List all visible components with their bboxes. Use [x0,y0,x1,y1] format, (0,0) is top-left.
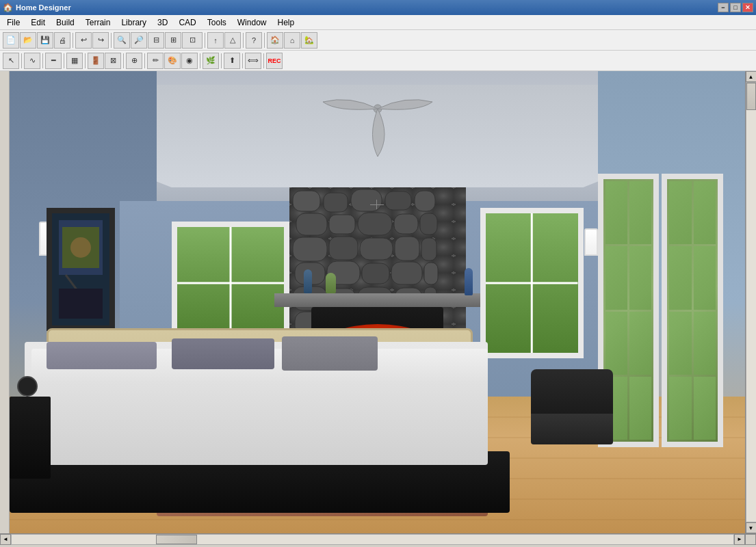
sconce-right [584,228,598,256]
print-button[interactable]: 🖨 [54,32,70,49]
save-button[interactable]: 💾 [37,32,53,49]
door-pane [605,312,627,375]
menu-3d[interactable]: 3D [152,16,173,29]
scroll-track-vertical[interactable] [746,82,757,522]
minimize-button[interactable]: − [718,3,729,12]
pencil-tool[interactable]: ✏ [147,53,164,69]
door-pane [629,377,651,440]
draw-tool[interactable]: ∿ [24,53,40,69]
copy-tool[interactable]: ⊕ [126,53,142,69]
door-tool[interactable]: 🚪 [88,53,104,69]
toolbar-draw: ↖ ∿ ━ ▦ 🚪 ⊠ ⊕ ✏ 🎨 ◉ 🌿 ⬆ ⟺ REC [0,51,756,71]
svg-rect-15 [358,213,392,235]
svg-rect-8 [293,191,320,211]
status-bar [0,544,756,547]
select-tool[interactable]: ↖ [3,53,19,69]
3d-viewport[interactable] [10,71,745,533]
home2-button[interactable]: 🏡 [301,32,317,49]
armchair [531,369,613,444]
menu-bar: File Edit Build Terrain Library 3D CAD T… [0,15,756,30]
scroll-thumb-vertical[interactable] [746,83,756,110]
svg-rect-17 [420,213,437,235]
pan-button[interactable]: ⊡ [182,32,203,49]
crosshair-v [376,200,377,209]
svg-rect-26 [391,262,422,284]
menu-terrain[interactable]: Terrain [80,16,116,29]
bedside-clock [17,376,38,397]
scroll-thumb-horizontal[interactable] [156,535,197,544]
zoom-out-button[interactable]: ⊟ [148,32,164,49]
redo-button[interactable]: ↪ [92,32,109,49]
door-pane [629,246,651,309]
paint-tool[interactable]: 🎨 [164,53,181,69]
select-button[interactable]: △ [224,32,241,49]
sep14 [242,53,243,68]
scroll-right-button[interactable]: ► [734,534,745,545]
room-scene [10,71,745,533]
menu-window[interactable]: Window [232,16,272,29]
svg-rect-11 [385,191,411,210]
help-button[interactable]: ? [246,32,262,49]
sep5 [264,33,265,48]
scrollbar-corner [745,534,756,545]
app-title: Home Designer [16,3,718,12]
open-button[interactable]: 📂 [20,32,36,49]
title-bar: 🏠 Home Designer − □ ✕ [0,0,756,15]
svg-rect-20 [360,238,393,260]
move-tool[interactable]: ⟺ [245,53,261,69]
scroll-down-button[interactable]: ▼ [746,522,757,533]
wall-tool[interactable]: ▦ [66,53,83,69]
sep13 [221,53,222,68]
door-pane [669,181,691,244]
svg-rect-21 [395,237,419,261]
line-tool[interactable]: ━ [45,53,62,69]
window-left [172,222,289,345]
svg-rect-16 [394,214,418,234]
pillow-2 [172,338,275,369]
door-pane [669,312,691,375]
menu-tools[interactable]: Tools [202,16,232,29]
close-button[interactable]: ✕ [742,3,753,12]
sep9 [85,53,86,68]
menu-help[interactable]: Help [272,16,300,29]
house-icon-button[interactable]: 🏠 [267,32,283,49]
scroll-up-button[interactable]: ▲ [746,71,757,82]
scroll-left-button[interactable]: ◄ [0,534,11,545]
nightstand [10,397,51,479]
svg-rect-22 [421,238,436,261]
roof-button[interactable]: ⌂ [284,32,300,49]
zoom-in-button[interactable]: 🔎 [131,32,147,49]
svg-rect-14 [329,215,355,234]
texture-tool[interactable]: ◉ [181,53,198,69]
window-controls: − □ ✕ [718,3,753,12]
new-button[interactable]: 📄 [3,32,19,49]
sep7 [42,53,43,68]
main-area: ▲ ▼ [0,71,756,533]
rec-tool[interactable]: REC [266,53,283,69]
sep12 [200,53,200,68]
door-panel-right [662,174,722,447]
window-right [480,208,584,358]
scroll-track-horizontal[interactable] [11,534,734,545]
menu-edit[interactable]: Edit [25,16,51,29]
plant-tool[interactable]: 🌿 [203,53,219,69]
door-pane [669,377,691,440]
zoom-rect-button[interactable]: ⊞ [165,32,181,49]
door-pane [629,312,651,375]
vase-blue-right [465,268,473,295]
chair-back [531,369,613,417]
undo-button[interactable]: ↩ [75,32,92,49]
door-pane [694,312,716,375]
menu-cad[interactable]: CAD [173,16,201,29]
up-arrow-tool[interactable]: ⬆ [224,53,240,69]
vase-blue-left [304,269,312,293]
maximize-button[interactable]: □ [730,3,741,12]
zoom-fit-button[interactable]: 🔍 [114,32,130,49]
window-tool[interactable]: ⊠ [105,53,121,69]
menu-file[interactable]: File [1,16,25,29]
svg-rect-25 [362,263,389,284]
door-pane [669,246,691,309]
arrow-button[interactable]: ↑ [207,32,224,49]
menu-build[interactable]: Build [51,16,80,29]
menu-library[interactable]: Library [116,16,152,29]
